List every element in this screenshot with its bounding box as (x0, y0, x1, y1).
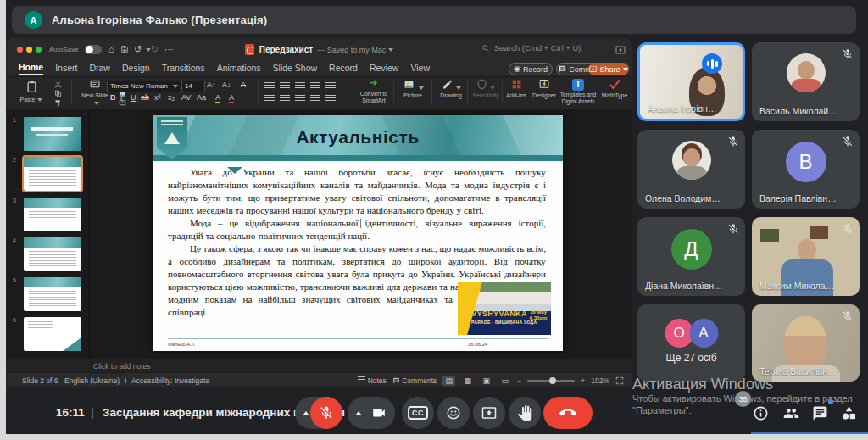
list-buttons[interactable] (264, 82, 336, 90)
share-window-icon[interactable] (615, 43, 626, 58)
document-title[interactable]: Передзахист (259, 45, 313, 54)
undo-icon[interactable]: ↺ (134, 42, 142, 56)
mic-control-group[interactable] (295, 397, 342, 429)
tab-view[interactable]: View (410, 63, 430, 75)
bold-button[interactable]: B (110, 93, 116, 102)
tab-home[interactable]: Home (19, 62, 43, 75)
redo-icon[interactable]: ↻ (151, 42, 159, 56)
tab-draw[interactable]: Draw (89, 63, 110, 75)
tab-insert[interactable]: Insert (55, 63, 77, 75)
meeting-details-button[interactable] (753, 405, 769, 425)
line-spacing-icon (326, 82, 336, 90)
templates-button[interactable]: T Templates and Digital Assets (559, 79, 597, 107)
participants-button[interactable] (783, 405, 799, 425)
zoom-out-button[interactable]: − (517, 376, 521, 385)
participant-tile-alona[interactable]: Альона Ігорівна Фа... (637, 42, 745, 121)
camera-control-group[interactable] (348, 397, 395, 429)
clear-formatting-button[interactable]: A (241, 81, 246, 89)
participant-tile-tetyana[interactable]: Тетяна Василівна Іл... (752, 304, 860, 382)
presenting-banner[interactable]: А Альона Ігорівна Фалько (Презентація) (12, 6, 856, 34)
participant-tile-vasyl[interactable]: Василь Миколайов... (752, 42, 860, 121)
powerpoint-window[interactable]: AutoSave ⌂ ↺ ↻ ⋯ Передзахист — Saved to … (7, 38, 632, 387)
slide-thumbnail-4[interactable] (24, 237, 81, 271)
add-ins-button[interactable]: Add-ins (504, 79, 529, 107)
italic-button[interactable]: I (120, 93, 123, 102)
align-buttons[interactable] (264, 95, 336, 103)
designer-button[interactable]: Designer (531, 79, 558, 107)
drawing-button[interactable]: Drawing (436, 79, 466, 107)
slideshow-view-button[interactable]: ▭ (498, 376, 511, 386)
close-window-button[interactable] (17, 47, 23, 53)
zoom-level[interactable]: 102% (591, 376, 609, 385)
captions-button[interactable]: CC (402, 397, 434, 429)
subscript-button[interactable]: x₂ (168, 93, 175, 102)
change-case-button[interactable]: Aa (197, 93, 206, 102)
tab-transitions[interactable]: Transitions (162, 63, 205, 75)
tab-design[interactable]: Design (122, 63, 150, 75)
font-color-button[interactable]: A (229, 93, 234, 103)
slide-thumbnail-6[interactable] (24, 317, 81, 351)
mathtype-button[interactable]: MathType (600, 79, 629, 107)
zoom-window-button[interactable] (36, 47, 42, 53)
share-button[interactable]: Share (588, 63, 629, 75)
tab-animations[interactable]: Animations (217, 63, 261, 75)
slide-canvas[interactable]: Актуальність Увага до України та нашої б… (153, 115, 563, 351)
chat-button[interactable] (812, 405, 828, 425)
slide-thumbnails-panel[interactable]: 1 2 3 4 5 6 (7, 109, 90, 359)
slide-thumbnail-5[interactable] (24, 277, 81, 311)
clipboard-mini-icons[interactable] (54, 81, 62, 107)
mic-options-chevron-icon[interactable] (303, 411, 309, 415)
search-input[interactable]: Search (Cmd + Ctrl + U) (481, 43, 581, 53)
camera-options-chevron-icon[interactable] (355, 411, 362, 415)
participant-tile-olena[interactable]: Олена Володимирі... (637, 130, 745, 209)
participant-tile-valeriia[interactable]: В Валерія Павлівна Ів... (752, 130, 860, 209)
language-status[interactable]: English (Ukraine) (64, 376, 120, 385)
convert-smartart-button[interactable]: Convert to SmartArt (356, 79, 392, 107)
font-name-select[interactable]: Times New Roman (107, 81, 181, 92)
font-size-select[interactable]: 14 (181, 81, 205, 92)
paste-button[interactable]: Paste (14, 79, 49, 107)
slide-thumbnail-2-selected[interactable] (24, 157, 81, 191)
home-icon[interactable]: ⌂ (108, 42, 114, 56)
grow-font-button[interactable]: A↑ (207, 81, 216, 89)
sensitivity-button[interactable]: Sensitivity (470, 79, 501, 107)
slide-thumbnail-1[interactable] (24, 117, 81, 151)
notes-toggle[interactable]: Notes (358, 376, 387, 385)
participant-tile-diana[interactable]: Д Діана Миколаївна ... (637, 217, 745, 296)
minimize-window-button[interactable] (26, 47, 32, 53)
fit-to-window-icon[interactable] (615, 376, 624, 385)
slide-sorter-view-button[interactable]: ▦ (461, 376, 474, 386)
tab-record[interactable]: Record (329, 63, 358, 75)
mic-mute-button[interactable] (310, 397, 342, 429)
strikethrough-button[interactable]: ab (141, 93, 149, 102)
normal-view-button[interactable]: ▤ (442, 376, 455, 386)
comments-toggle[interactable]: Comments (392, 376, 437, 385)
reading-view-button[interactable]: ▣ (480, 376, 492, 386)
tab-review[interactable]: Review (370, 63, 398, 75)
autosave-toggle[interactable] (85, 45, 102, 54)
zoom-slider[interactable] (527, 380, 575, 382)
raise-hand-button[interactable] (509, 397, 541, 429)
superscript-button[interactable]: x² (154, 93, 161, 102)
record-button[interactable]: ◉Record (509, 63, 553, 75)
save-icon[interactable] (120, 45, 129, 53)
zoom-slider-handle[interactable] (549, 377, 556, 384)
shrink-font-button[interactable]: A↓ (222, 81, 231, 89)
picture-button[interactable]: Picture (397, 79, 429, 107)
highlight-color-button[interactable]: A (215, 93, 220, 103)
reactions-button[interactable] (437, 397, 470, 429)
tab-slide-show[interactable]: Slide Show (273, 63, 318, 75)
accessibility-status[interactable]: Accessibility: Investigate (122, 376, 209, 385)
more-titlebar-icon[interactable]: ⋯ (164, 42, 174, 56)
activities-button[interactable] (841, 405, 857, 425)
underline-button[interactable]: U (131, 93, 136, 102)
camera-button[interactable] (363, 397, 395, 429)
leave-call-button[interactable] (543, 397, 593, 429)
slide-thumbnail-3[interactable] (24, 198, 81, 231)
present-button[interactable] (473, 397, 505, 429)
participant-tile-maksym[interactable]: Максим Миколайов... (752, 217, 860, 296)
notes-pane[interactable]: Click to add notes (7, 359, 632, 373)
zoom-in-button[interactable]: + (581, 376, 585, 385)
overflow-participants-tile[interactable]: О А Ще 27 осіб (637, 304, 745, 382)
kerning-button[interactable]: AV (181, 93, 191, 102)
